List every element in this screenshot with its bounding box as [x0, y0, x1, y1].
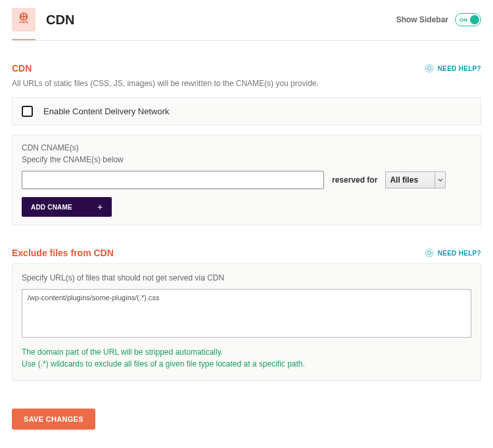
svg-point-1 — [425, 64, 433, 72]
help-label: NEED HELP? — [438, 250, 481, 257]
help-icon — [425, 248, 434, 258]
exclude-section-title: Exclude files from CDN — [12, 248, 114, 258]
header-divider — [12, 40, 481, 41]
add-cname-label: ADD CNAME — [31, 204, 72, 211]
enable-cdn-row: Enable Content Delivery Network — [22, 106, 471, 117]
page-header: CDN Show Sidebar ON — [12, 8, 481, 32]
hint-line-1: The domain part of the URL will be strip… — [22, 346, 471, 358]
cname-label: CDN CNAME(s) — [22, 143, 471, 152]
page-title: CDN — [46, 12, 74, 28]
header-left: CDN — [12, 8, 74, 32]
toggle-on-label: ON — [459, 17, 467, 23]
svg-point-3 — [425, 249, 433, 257]
enable-cdn-checkbox[interactable] — [22, 106, 33, 117]
hint-line-2: Use (.*) wildcards to exclude all files … — [22, 358, 471, 370]
cdn-icon — [16, 12, 31, 28]
reserved-for-label: reserved for — [332, 175, 377, 185]
enable-cdn-panel: Enable Content Delivery Network — [12, 97, 481, 125]
svg-point-4 — [427, 251, 431, 255]
exclude-help-link[interactable]: NEED HELP? — [425, 248, 481, 258]
enable-cdn-label: Enable Content Delivery Network — [43, 106, 169, 116]
cname-sublabel: Specify the CNAME(s) below — [22, 155, 471, 164]
show-sidebar-label: Show Sidebar — [396, 15, 448, 24]
chevron-down-icon — [434, 172, 445, 188]
header-right: Show Sidebar ON — [396, 13, 481, 26]
cname-row: reserved for All files — [22, 171, 471, 189]
cdn-section-desc: All URLs of static files (CSS, JS, image… — [12, 79, 481, 88]
cname-panel: CDN CNAME(s) Specify the CNAME(s) below … — [12, 135, 481, 225]
exclude-section: Exclude files from CDN NEED HELP? Specif… — [12, 248, 481, 381]
exclude-section-head: Exclude files from CDN NEED HELP? — [12, 248, 481, 258]
toggle-knob — [470, 15, 479, 24]
help-icon — [425, 64, 434, 73]
show-sidebar-toggle[interactable]: ON — [455, 13, 481, 26]
help-label: NEED HELP? — [438, 65, 481, 72]
save-changes-button[interactable]: SAVE CHANGES — [12, 409, 95, 430]
cdn-section-head: CDN NEED HELP? — [12, 63, 481, 74]
select-value: All files — [390, 175, 418, 185]
page-icon-wrap — [12, 8, 35, 32]
cdn-help-link[interactable]: NEED HELP? — [425, 64, 481, 73]
exclude-desc: Specify URL(s) of files that should not … — [22, 273, 471, 282]
exclude-panel: Specify URL(s) of files that should not … — [12, 263, 481, 381]
add-cname-button[interactable]: ADD CNAME + — [22, 197, 112, 217]
reserved-for-select[interactable]: All files — [385, 171, 446, 189]
cdn-section-title: CDN — [12, 63, 32, 74]
exclude-hint: The domain part of the URL will be strip… — [22, 346, 471, 370]
svg-point-2 — [427, 66, 431, 70]
cdn-section: CDN NEED HELP? All URLs of static files … — [12, 63, 481, 225]
plus-icon: + — [97, 202, 103, 212]
exclude-textarea[interactable] — [22, 289, 471, 338]
cname-input[interactable] — [22, 171, 324, 189]
